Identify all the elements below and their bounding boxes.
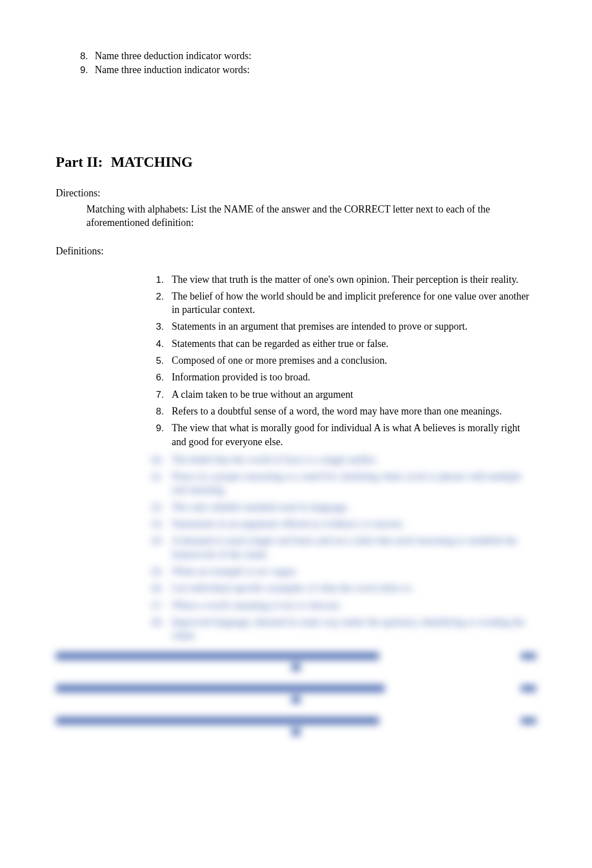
blurred-bar bbox=[56, 717, 379, 725]
item-text: Refers to a doubtful sense of a word, th… bbox=[172, 404, 502, 418]
list-item: 9. Name three induction indicator words: bbox=[72, 64, 536, 76]
list-item: 17. When a word's meaning is lost or obs… bbox=[151, 599, 536, 612]
item-text: The belief that the world of facts is a … bbox=[172, 453, 377, 466]
list-item: 8. Name three deduction indicator words: bbox=[72, 50, 536, 62]
list-item: 11. Flaws in a proper reasoning or a nee… bbox=[151, 470, 536, 497]
list-item: 18. Improved language, denoted in some w… bbox=[151, 615, 536, 643]
item-number: 7. bbox=[151, 389, 164, 401]
item-text: Statements in an argument that premises … bbox=[172, 320, 468, 333]
item-text: The only reliable standard used in langu… bbox=[172, 500, 349, 514]
directions-label: Directions: bbox=[56, 187, 536, 199]
item-text: Composed of one or more premises and a c… bbox=[172, 354, 387, 367]
item-number: 15. bbox=[151, 566, 164, 577]
item-text: The view that what is morally good for i… bbox=[172, 421, 536, 449]
list-item: 16. List individual specific examples of… bbox=[151, 581, 536, 595]
item-number: 8. bbox=[72, 51, 88, 62]
definitions-label: Definitions: bbox=[56, 245, 536, 257]
item-number: 3. bbox=[151, 321, 164, 332]
item-number: 9. bbox=[151, 423, 164, 434]
item-number: 2. bbox=[151, 291, 164, 302]
item-text: The belief of how the world should be an… bbox=[172, 290, 536, 317]
blurred-dot bbox=[292, 696, 300, 703]
item-text: Name three induction indicator words: bbox=[95, 64, 250, 76]
item-text: Name three deduction indicator words: bbox=[95, 50, 251, 62]
blurred-definitions: 10. The belief that the world of facts i… bbox=[151, 453, 536, 643]
item-text: Information provided is too broad. bbox=[172, 370, 310, 384]
item-number: 14. bbox=[151, 536, 164, 547]
list-item: 6. Information provided is too broad. bbox=[151, 370, 536, 384]
item-text: List individual specific examples of wha… bbox=[172, 581, 414, 595]
section-label: Part II: bbox=[56, 154, 103, 170]
item-number: 12. bbox=[151, 502, 164, 513]
item-text: When a word's meaning is lost or obscure… bbox=[172, 599, 342, 612]
section-title: MATCHING bbox=[111, 154, 193, 170]
definitions-list: 1. The view that truth is the matter of … bbox=[151, 273, 536, 449]
item-text: A claim taken to be true without an argu… bbox=[172, 388, 353, 401]
list-item: 5. Composed of one or more premises and … bbox=[151, 354, 536, 367]
item-number: 5. bbox=[151, 355, 164, 367]
item-text: Flaws in a proper reasoning or a need fo… bbox=[172, 470, 536, 497]
list-item: 10. The belief that the world of facts i… bbox=[151, 453, 536, 466]
directions-body: Matching with alphabets: List the NAME o… bbox=[86, 202, 531, 230]
list-item: 14. A demand to reach single real basis … bbox=[151, 534, 536, 561]
list-item: 4. Statements that can be regarded as ei… bbox=[151, 337, 536, 350]
list-item: 12. The only reliable standard used in l… bbox=[151, 500, 536, 514]
blurred-bar bbox=[521, 685, 536, 692]
blurred-bar bbox=[521, 653, 536, 659]
top-numbered-list: 8. Name three deduction indicator words:… bbox=[72, 50, 536, 76]
blurred-dot bbox=[292, 663, 300, 671]
list-item: 2. The belief of how the world should be… bbox=[151, 290, 536, 317]
item-number: 6. bbox=[151, 372, 164, 383]
item-number: 9. bbox=[72, 65, 88, 76]
item-text: When an example is too vague. bbox=[172, 565, 298, 578]
blurred-dot bbox=[292, 728, 300, 736]
item-number: 8. bbox=[151, 406, 164, 417]
item-number: 11. bbox=[151, 471, 164, 483]
blurred-bar bbox=[521, 717, 536, 724]
item-text: Improved language, denoted in some way u… bbox=[172, 615, 536, 643]
list-item: 9. The view that what is morally good fo… bbox=[151, 421, 536, 449]
item-number: 10. bbox=[151, 455, 164, 466]
list-item: 1. The view that truth is the matter of … bbox=[151, 273, 536, 286]
item-number: 13. bbox=[151, 519, 164, 530]
section-heading: Part II: MATCHING bbox=[56, 154, 536, 171]
item-number: 1. bbox=[151, 274, 164, 286]
item-number: 4. bbox=[151, 339, 164, 350]
list-item: 7. A claim taken to be true without an a… bbox=[151, 388, 536, 401]
item-number: 16. bbox=[151, 583, 164, 594]
blurred-bar bbox=[56, 684, 385, 692]
blurred-footer bbox=[56, 652, 536, 736]
blurred-line bbox=[56, 684, 536, 692]
item-text: Statements that can be regarded as eithe… bbox=[172, 337, 389, 350]
list-item: 8. Refers to a doubtful sense of a word,… bbox=[151, 404, 536, 418]
item-number: 18. bbox=[151, 617, 164, 628]
blurred-bar bbox=[56, 652, 379, 660]
list-item: 15. When an example is too vague. bbox=[151, 565, 536, 578]
list-item: 3. Statements in an argument that premis… bbox=[151, 320, 536, 333]
item-number: 17. bbox=[151, 600, 164, 611]
item-text: The view that truth is the matter of one… bbox=[172, 273, 518, 286]
list-item: 13. Statements in an argument offered as… bbox=[151, 517, 536, 531]
blurred-line bbox=[56, 717, 536, 725]
item-text: A demand to reach single real basis and … bbox=[172, 534, 536, 561]
item-text: Statements in an argument offered as evi… bbox=[172, 517, 405, 531]
blurred-line bbox=[56, 652, 536, 660]
